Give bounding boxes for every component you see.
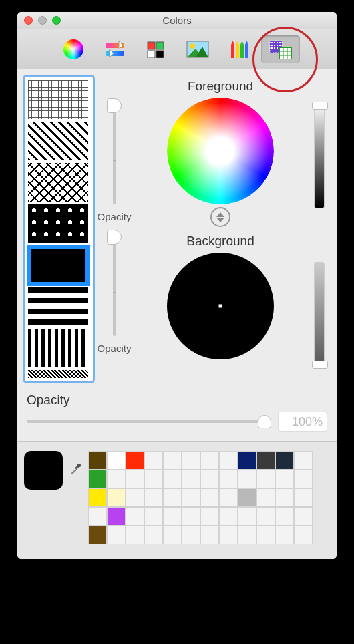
window-title: Colors bbox=[17, 15, 337, 26]
fg-opacity-slider[interactable]: - bbox=[101, 102, 128, 208]
swatch-cell[interactable] bbox=[182, 507, 200, 526]
swatch-cell[interactable] bbox=[163, 507, 182, 526]
swatch-cell[interactable] bbox=[294, 526, 313, 544]
tab-image[interactable] bbox=[178, 35, 217, 63]
swatch-cell[interactable] bbox=[144, 488, 163, 507]
pattern-item[interactable] bbox=[28, 370, 88, 378]
swatch-cell[interactable] bbox=[275, 470, 294, 488]
swatch-cell[interactable] bbox=[275, 507, 294, 526]
swatch-cell[interactable] bbox=[200, 470, 219, 488]
bg-brightness-slider[interactable] bbox=[314, 262, 325, 369]
swatch-cell[interactable] bbox=[88, 451, 107, 470]
swatch-cell[interactable] bbox=[256, 526, 275, 544]
swatch-cell[interactable] bbox=[107, 526, 126, 544]
swatch-cell[interactable] bbox=[275, 451, 294, 470]
fg-brightness-slider[interactable] bbox=[314, 102, 325, 208]
colors-window: Colors bbox=[17, 12, 337, 559]
swatch-cell[interactable] bbox=[182, 451, 200, 470]
swatch-cell[interactable] bbox=[238, 526, 256, 544]
image-icon bbox=[186, 41, 209, 58]
swatch-cell[interactable] bbox=[219, 507, 238, 526]
swatch-cell[interactable] bbox=[294, 507, 313, 526]
swatch-cell[interactable] bbox=[238, 507, 256, 526]
swatch-cell[interactable] bbox=[182, 526, 200, 544]
swatch-cell[interactable] bbox=[126, 488, 144, 507]
swatch-cell[interactable] bbox=[200, 526, 219, 544]
swatch-grid bbox=[88, 451, 313, 544]
pattern-item[interactable] bbox=[28, 122, 88, 160]
tab-crayons[interactable] bbox=[220, 35, 258, 63]
swatch-cell[interactable] bbox=[163, 470, 182, 488]
swatch-cell[interactable] bbox=[294, 470, 313, 488]
slider-knob-icon[interactable] bbox=[258, 415, 271, 428]
slider-knob-icon[interactable] bbox=[312, 102, 328, 110]
swatch-cell[interactable] bbox=[163, 526, 182, 544]
swatch-cell[interactable] bbox=[144, 451, 163, 470]
slider-knob-icon[interactable] bbox=[312, 361, 328, 369]
swatch-cell[interactable] bbox=[238, 470, 256, 488]
pattern-list[interactable] bbox=[23, 75, 95, 383]
color-picker-marker-icon[interactable] bbox=[219, 305, 222, 308]
slider-knob-icon[interactable] bbox=[107, 230, 122, 245]
swatch-cell[interactable] bbox=[256, 507, 275, 526]
swatch-cell[interactable] bbox=[219, 488, 238, 507]
pattern-item[interactable] bbox=[28, 80, 88, 119]
swatch-cell[interactable] bbox=[238, 451, 256, 470]
slider-knob-icon[interactable] bbox=[107, 98, 122, 113]
swatch-cell[interactable] bbox=[200, 451, 219, 470]
swatch-cell[interactable] bbox=[88, 488, 107, 507]
background-color-wheel[interactable] bbox=[167, 253, 274, 359]
tab-color-wheel[interactable] bbox=[54, 35, 93, 63]
swatch-cell[interactable] bbox=[126, 470, 144, 488]
pattern-item[interactable] bbox=[28, 287, 88, 326]
swatch-cell[interactable] bbox=[219, 470, 238, 488]
pattern-item[interactable] bbox=[28, 163, 88, 202]
swatch-cell[interactable] bbox=[200, 507, 219, 526]
swatch-cell[interactable] bbox=[256, 451, 275, 470]
swatch-cell[interactable] bbox=[126, 451, 144, 470]
foreground-color-wheel[interactable] bbox=[167, 98, 274, 204]
swatch-cell[interactable] bbox=[107, 451, 126, 470]
swatch-cell[interactable] bbox=[182, 470, 200, 488]
current-color-swatch[interactable] bbox=[24, 451, 63, 490]
swatch-cell[interactable] bbox=[275, 488, 294, 507]
swatch-cell[interactable] bbox=[219, 451, 238, 470]
swatch-cell[interactable] bbox=[200, 488, 219, 507]
swatch-cell[interactable] bbox=[144, 526, 163, 544]
swatch-cell[interactable] bbox=[275, 526, 294, 544]
swatch-cell[interactable] bbox=[163, 451, 182, 470]
swatch-cell[interactable] bbox=[126, 526, 144, 544]
swatch-cell[interactable] bbox=[88, 470, 107, 488]
swatch-cell[interactable] bbox=[182, 488, 200, 507]
swatch-cell[interactable] bbox=[238, 488, 256, 507]
swatch-cell[interactable] bbox=[126, 507, 144, 526]
swatch-cell[interactable] bbox=[219, 526, 238, 544]
swatch-cell[interactable] bbox=[107, 507, 126, 526]
opacity-field[interactable] bbox=[278, 412, 327, 432]
swatch-cell[interactable] bbox=[144, 507, 163, 526]
svg-point-42 bbox=[77, 464, 81, 467]
swatch-cell[interactable] bbox=[163, 488, 182, 507]
color-picker-marker-icon[interactable] bbox=[218, 148, 224, 154]
bg-opacity-slider[interactable]: - bbox=[101, 233, 128, 340]
swatch-cell[interactable] bbox=[107, 488, 126, 507]
swatch-cell[interactable] bbox=[144, 470, 163, 488]
swatch-cell[interactable] bbox=[88, 526, 107, 544]
tab-sliders[interactable] bbox=[96, 35, 134, 63]
opacity-slider[interactable] bbox=[27, 415, 271, 428]
swatch-cell[interactable] bbox=[294, 451, 313, 470]
swatch-cell[interactable] bbox=[107, 470, 126, 488]
pattern-item[interactable] bbox=[28, 204, 88, 243]
tab-pattern[interactable] bbox=[261, 35, 300, 63]
pattern-item[interactable] bbox=[28, 329, 88, 367]
swatch-cell[interactable] bbox=[256, 488, 275, 507]
tab-palettes[interactable] bbox=[137, 35, 176, 63]
swatch-cell[interactable] bbox=[256, 470, 275, 488]
eyedropper-icon[interactable] bbox=[69, 463, 81, 475]
pattern-item-selected[interactable] bbox=[28, 246, 88, 285]
swatch-cell[interactable] bbox=[294, 488, 313, 507]
swatch-cell[interactable] bbox=[88, 507, 107, 526]
swap-colors-button[interactable] bbox=[210, 207, 230, 227]
svg-rect-33 bbox=[274, 47, 275, 49]
svg-rect-24 bbox=[271, 42, 273, 43]
